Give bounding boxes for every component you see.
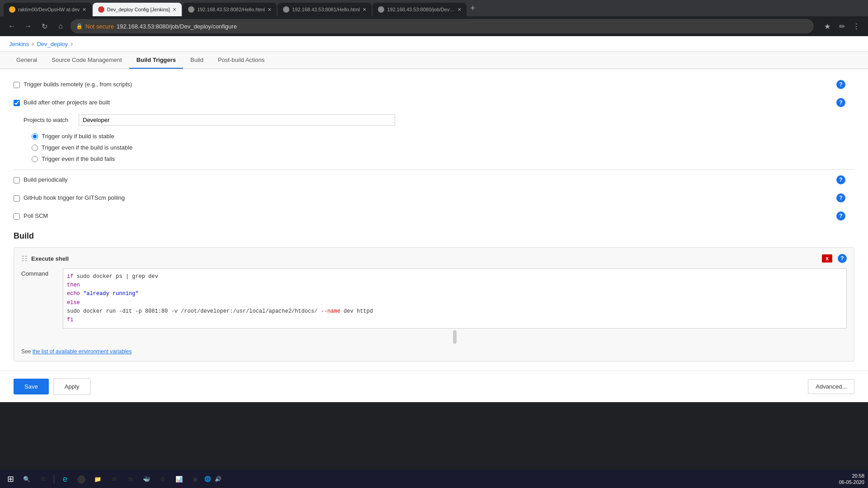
poll-scm-label: Poll SCM <box>24 212 48 219</box>
breadcrumb-jenkins[interactable]: Jenkins <box>9 41 29 47</box>
new-tab-button[interactable]: + <box>467 4 478 13</box>
trigger-remotely-label: Trigger builds remotely (e.g., from scri… <box>24 81 132 88</box>
build-after-checkbox[interactable] <box>14 100 20 106</box>
tab-post-build[interactable]: Post-build Actions <box>211 52 272 69</box>
tab-label: raktim00/DevOpsHW at dev <box>18 7 80 12</box>
taskbar-mail[interactable]: ✉ <box>107 472 121 486</box>
command-textarea-wrapper: if sudo docker ps | grep dev then echo "… <box>63 268 847 344</box>
code-plain-dev: dev httpd <box>340 308 373 314</box>
taskbar-terminal[interactable]: ▣ <box>188 472 203 486</box>
drag-handle-icon[interactable]: ☷ <box>21 254 28 263</box>
build-periodically-checkbox[interactable] <box>14 177 20 183</box>
tab-favicon-hello1 <box>188 6 194 13</box>
radio-unstable-label: Trigger even if the build is unstable <box>42 144 132 151</box>
taskbar-time-value: 20:58 <box>839 473 864 479</box>
reload-button[interactable]: ↻ <box>38 20 51 33</box>
config-tabs: General Source Code Management Build Tri… <box>0 52 868 69</box>
tab-close-active[interactable]: × <box>173 6 176 13</box>
extensions-button[interactable]: ✏ <box>835 20 848 33</box>
tab-github[interactable]: raktim00/DevOpsHW at dev × <box>4 3 92 16</box>
poll-scm-help[interactable]: ? <box>836 211 845 221</box>
tab-build[interactable]: Build <box>183 52 211 69</box>
save-button[interactable]: Save <box>14 379 49 394</box>
taskbar-clock: 20:58 06-05-2020 <box>839 473 864 486</box>
tab-develo[interactable]: 192.168.43.53:8080/job/Develo... × <box>373 3 467 16</box>
env-link-row: See the list of available environment va… <box>21 348 847 355</box>
taskbar-explorer[interactable]: 📁 <box>90 472 105 486</box>
execute-shell-title: Execute shell <box>31 255 69 262</box>
build-periodically-help[interactable]: ? <box>836 175 845 184</box>
build-periodically-label: Build periodically <box>24 176 68 183</box>
taskbar-edge[interactable]: e <box>58 472 72 486</box>
taskbar-docker[interactable]: 🐳 <box>139 472 154 486</box>
tab-close-hello2[interactable]: × <box>363 6 366 13</box>
forward-button[interactable]: → <box>22 20 34 33</box>
tab-favicon-develo <box>378 6 384 13</box>
tab-label-hello1: 192.168.43.53:8082/Hello.html <box>197 7 265 12</box>
tab-general[interactable]: General <box>9 52 44 69</box>
taskbar-store[interactable]: 🛍 <box>123 472 137 486</box>
execute-shell-block: ☷ Execute shell x ? Command if sudo dock… <box>14 247 854 361</box>
tab-jenkins-config[interactable]: Dev_deploy Config [Jenkins] × <box>93 3 182 16</box>
browser-actions: ★ ✏ ⋮ <box>821 20 863 33</box>
env-link-see: See <box>21 348 31 355</box>
advanced-button[interactable]: Advanced... <box>808 379 854 394</box>
poll-scm-checkbox[interactable] <box>14 213 20 220</box>
bookmark-button[interactable]: ★ <box>821 20 834 33</box>
tab-label-develo: 192.168.43.53:8080/job/Develo... <box>387 7 455 12</box>
trigger-remotely-checkbox[interactable] <box>14 82 20 88</box>
radio-fails[interactable] <box>32 156 38 162</box>
taskbar-search[interactable]: 🔍 <box>19 472 34 486</box>
lock-icon: 🔒 <box>76 23 83 29</box>
radio-stable-label: Trigger only if build is stable <box>42 133 114 140</box>
config-panel: General Source Code Management Build Tri… <box>0 52 868 402</box>
command-display[interactable]: if sudo docker ps | grep dev then echo "… <box>63 268 847 328</box>
back-button[interactable]: ← <box>5 20 18 33</box>
poll-scm-row: Poll SCM ? <box>14 210 854 222</box>
trigger-remotely-row: Trigger builds remotely (e.g., from scri… <box>14 78 854 91</box>
tab-favicon-jenkins <box>98 6 104 13</box>
config-body: Trigger builds remotely (e.g., from scri… <box>0 69 868 371</box>
build-after-help[interactable]: ? <box>836 98 845 107</box>
tab-close-develo[interactable]: × <box>458 6 461 13</box>
github-hook-help[interactable]: ? <box>836 193 845 202</box>
breadcrumb-project[interactable]: Dev_deploy <box>37 41 68 47</box>
trigger-remotely-help[interactable]: ? <box>836 80 845 89</box>
tab-hello2[interactable]: 192.168.43.53:8081/Hello.html × <box>278 3 372 16</box>
build-after-label: Build after other projects are built <box>24 99 110 106</box>
tab-source-code[interactable]: Source Code Management <box>44 52 129 69</box>
radio-stable[interactable] <box>32 133 38 140</box>
tab-label-hello2: 192.168.43.53:8081/Hello.html <box>292 7 360 12</box>
menu-button[interactable]: ⋮ <box>850 20 863 33</box>
tab-favicon-hello2 <box>283 6 289 13</box>
tab-close[interactable]: × <box>82 6 86 13</box>
tab-build-triggers[interactable]: Build Triggers <box>129 52 183 69</box>
address-text: 192.168.43.53:8080/job/Dev_deploy/config… <box>117 23 237 30</box>
code-plain-1: sudo docker ps | grep dev <box>73 273 158 280</box>
taskbar-chrome[interactable]: ⬤ <box>74 472 89 486</box>
bottom-buttons: Save Apply Advanced... <box>0 371 868 402</box>
taskbar-task-view[interactable]: ⧉ <box>36 472 50 486</box>
github-hook-checkbox[interactable] <box>14 195 20 202</box>
projects-to-watch-row: Projects to watch <box>24 114 854 126</box>
taskbar-app6[interactable]: 📊 <box>172 472 186 486</box>
apply-button[interactable]: Apply <box>53 378 91 395</box>
tab-hello1[interactable]: 192.168.43.53:8082/Hello.html × <box>183 3 277 16</box>
start-button[interactable]: ⊞ <box>4 472 18 486</box>
taskbar-app5[interactable]: ⚙ <box>156 472 170 486</box>
radio-unstable[interactable] <box>32 145 38 151</box>
taskbar-sound-icon: 🔊 <box>215 476 222 482</box>
tab-close-hello1[interactable]: × <box>268 6 271 13</box>
breadcrumb-sep1: › <box>32 40 34 48</box>
radio-unstable-row: Trigger even if the build is unstable <box>32 144 854 151</box>
execute-shell-header: ☷ Execute shell x ? <box>21 254 847 263</box>
projects-to-watch-input[interactable] <box>79 114 395 126</box>
projects-to-watch-label: Projects to watch <box>24 117 73 123</box>
env-variables-link[interactable]: the list of available environment variab… <box>33 348 132 355</box>
home-button[interactable]: ⌂ <box>54 20 67 33</box>
address-bar[interactable]: 🔒 Not secure 192.168.43.53:8080/job/Dev_… <box>71 19 814 33</box>
delete-execute-shell-button[interactable]: x <box>822 254 832 263</box>
execute-shell-help[interactable]: ? <box>838 254 847 263</box>
code-plain-sudo: sudo docker run -dit -p 8081:80 -v /root… <box>67 308 321 314</box>
code-keyword-if: if <box>67 273 73 280</box>
